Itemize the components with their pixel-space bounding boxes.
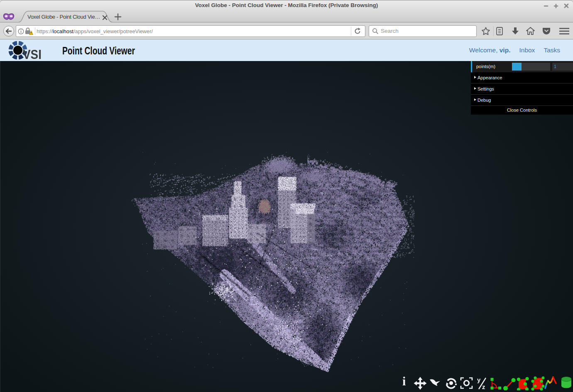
svg-text:z: z xyxy=(482,383,485,390)
svg-text:y: y xyxy=(477,376,481,383)
